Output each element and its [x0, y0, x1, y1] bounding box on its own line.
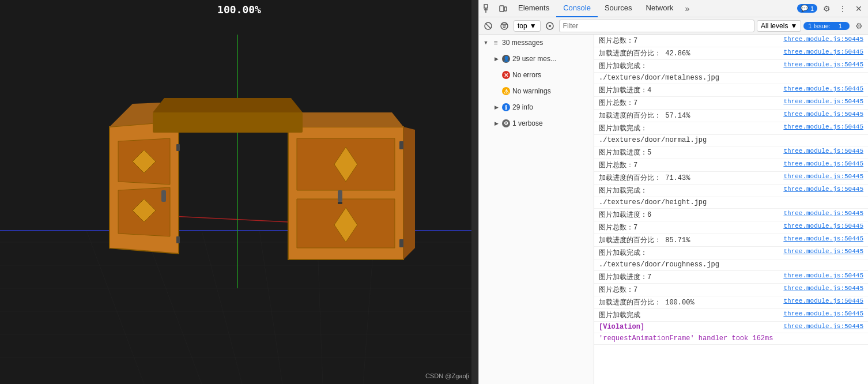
log-source-link[interactable]: three.module.js:50445 [779, 272, 863, 279]
log-text: 图片总数：7 [599, 160, 779, 170]
more-tabs-button[interactable]: » [680, 2, 694, 16]
svg-rect-40 [484, 5, 488, 8]
log-source-link[interactable]: three.module.js:50445 [779, 285, 863, 292]
log-entry[interactable]: 图片总数：7three.module.js:50445 [594, 284, 868, 296]
log-text: ./textures/door/height.jpg [599, 198, 863, 206]
warning-icon: ⚠ [502, 87, 510, 95]
tab-console[interactable]: Console [556, 0, 598, 17]
log-source-link[interactable]: three.module.js:50445 [779, 61, 863, 68]
svg-line-46 [486, 24, 490, 28]
clear-console-button[interactable] [481, 19, 495, 33]
viewport-scrollbar[interactable] [471, 0, 478, 384]
log-entry[interactable]: 图片总数：7three.module.js:50445 [594, 97, 868, 110]
more-options-button[interactable]: ⋮ [836, 2, 850, 16]
log-entry[interactable]: 图片加载完成：three.module.js:50445 [594, 185, 868, 197]
console-log[interactable]: 图片总数：7three.module.js:50445加载进度的百分比： 42.… [594, 35, 868, 384]
log-entry[interactable]: 加载进度的百分比： 42.86%three.module.js:50445 [594, 47, 868, 60]
log-text: 图片总数：7 [599, 223, 779, 232]
log-entry[interactable]: 图片加载完成：three.module.js:50445 [594, 247, 868, 259]
messages-icon: ≡ [492, 39, 500, 47]
tab-network[interactable]: Network [639, 0, 681, 17]
log-source-link[interactable]: three.module.js:50445 [779, 173, 863, 180]
live-expression-button[interactable] [543, 19, 557, 33]
log-entry[interactable]: 加载进度的百分比： 71.43%three.module.js:50445 [594, 172, 868, 185]
log-levels-dropdown[interactable]: All levels ▼ [757, 20, 801, 32]
log-entry[interactable]: 图片加载完成：three.module.js:50445 [594, 122, 868, 135]
log-entry[interactable]: ./textures/door/normal.jpg [594, 135, 868, 146]
inspect-element-button[interactable] [481, 2, 495, 16]
log-entry[interactable]: 图片加载进度：5three.module.js:50445 [594, 146, 868, 159]
log-entry[interactable]: ./textures/door/metalness.jpg [594, 73, 868, 84]
verbose-icon: ⚙ [502, 119, 510, 127]
log-entry[interactable]: 图片加载进度：4three.module.js:50445 [594, 84, 868, 97]
svg-marker-37 [403, 127, 415, 259]
devtools-tabs: Elements Console Sources Network » [511, 0, 694, 17]
sidebar-item-info[interactable]: ℹ 29 info [479, 99, 594, 115]
log-text: 图片加载完成： [599, 248, 779, 258]
log-entry[interactable]: 图片总数：7three.module.js:50445 [594, 35, 868, 47]
console-filter-input[interactable] [559, 20, 754, 32]
svg-rect-35 [399, 239, 404, 247]
log-entry[interactable]: ./textures/door/roughness.jpg [594, 259, 868, 271]
log-text: 图片加载进度：6 [599, 210, 779, 220]
sidebar-item-warnings[interactable]: ⚠ No warnings [479, 83, 594, 99]
svg-rect-24 [176, 236, 180, 243]
log-entry[interactable]: 图片总数：7three.module.js:50445 [594, 159, 868, 172]
log-source-link[interactable]: three.module.js:50445 [779, 160, 863, 167]
user-icon: 👤 [502, 55, 510, 63]
log-source-link[interactable]: three.module.js:50445 [779, 223, 863, 229]
log-source-link[interactable]: three.module.js:50445 [779, 310, 863, 317]
log-source-link[interactable]: three.module.js:50445 [779, 235, 863, 242]
log-entry[interactable]: 加载进度的百分比： 85.71%three.module.js:50445 [594, 234, 868, 247]
expand-messages-icon [482, 39, 489, 46]
context-selector[interactable]: top ▼ [514, 20, 541, 32]
sidebar-item-errors[interactable]: ✕ No errors [479, 67, 594, 83]
log-entry[interactable]: 'requestAnimationFrame' handler took 162… [594, 333, 868, 345]
log-source-link[interactable]: three.module.js:50445 [779, 48, 863, 55]
log-entry[interactable]: 图片加载完成：three.module.js:50445 [594, 60, 868, 73]
3d-viewport: 100.00% CSDN @Zgao[i [0, 0, 478, 384]
log-text: 图片总数：7 [599, 98, 779, 108]
viewport-label: 100.00% [217, 3, 261, 16]
log-source-link[interactable]: three.module.js:50445 [779, 98, 863, 105]
log-text: 图片加载完成： [599, 123, 779, 133]
device-toolbar-button[interactable] [496, 2, 510, 16]
log-text: ./textures/door/roughness.jpg [599, 261, 863, 269]
log-entry[interactable]: 图片加载完成three.module.js:50445 [594, 309, 868, 322]
settings-button[interactable]: ⚙ [820, 2, 833, 16]
filter-button[interactable] [497, 19, 511, 33]
tab-sources[interactable]: Sources [598, 0, 639, 17]
log-entry[interactable]: ./textures/door/height.jpg [594, 197, 868, 209]
log-source-link[interactable]: three.module.js:50445 [779, 298, 863, 304]
log-entry[interactable]: 图片总数：7three.module.js:50445 [594, 221, 868, 234]
log-entry[interactable]: 图片加载进度：7three.module.js:50445 [594, 271, 868, 284]
close-devtools-button[interactable]: ✕ [852, 2, 866, 16]
sidebar-item-verbose[interactable]: ⚙ 1 verbose [479, 115, 594, 131]
log-source-link[interactable]: three.module.js:50445 [779, 186, 863, 193]
log-source-link[interactable]: three.module.js:50445 [779, 36, 863, 43]
log-source-link[interactable]: three.module.js:50445 [779, 85, 863, 92]
sidebar-item-messages[interactable]: ≡ 30 messages [479, 35, 594, 51]
log-source-link[interactable]: three.module.js:50445 [779, 123, 863, 130]
console-settings-button[interactable]: ⚙ [852, 19, 866, 33]
log-entry[interactable]: 加载进度的百分比： 100.00%three.module.js:50445 [594, 296, 868, 309]
log-source-link[interactable]: three.module.js:50445 [779, 148, 863, 155]
log-entry[interactable]: 图片加载进度：6three.module.js:50445 [594, 209, 868, 221]
issues-badge[interactable]: 1 Issue: 1 [803, 22, 850, 30]
log-entry[interactable]: 加载进度的百分比： 57.14%three.module.js:50445 [594, 110, 868, 122]
log-entry[interactable]: [Violation]three.module.js:50445 [594, 322, 868, 333]
log-source-link[interactable]: three.module.js:50445 [779, 210, 863, 217]
devtools-panel: Elements Console Sources Network » 💬 1 [478, 0, 868, 384]
console-sidebar: ≡ 30 messages 👤 29 user mes... ✕ No erro… [479, 35, 594, 384]
svg-rect-34 [399, 141, 404, 149]
log-source-link[interactable]: three.module.js:50445 [779, 248, 863, 255]
log-source-link[interactable]: three.module.js:50445 [779, 111, 863, 118]
tab-elements[interactable]: Elements [511, 0, 556, 17]
sidebar-item-user[interactable]: 👤 29 user mes... [479, 51, 594, 67]
svg-rect-32 [338, 190, 342, 202]
message-badge[interactable]: 💬 1 [797, 4, 817, 13]
expand-user-icon [493, 55, 500, 62]
log-source-link[interactable]: three.module.js:50445 [779, 323, 863, 330]
log-text: 加载进度的百分比： 100.00% [599, 298, 779, 307]
toolbar-right: 💬 1 ⚙ ⋮ ✕ [797, 2, 866, 16]
